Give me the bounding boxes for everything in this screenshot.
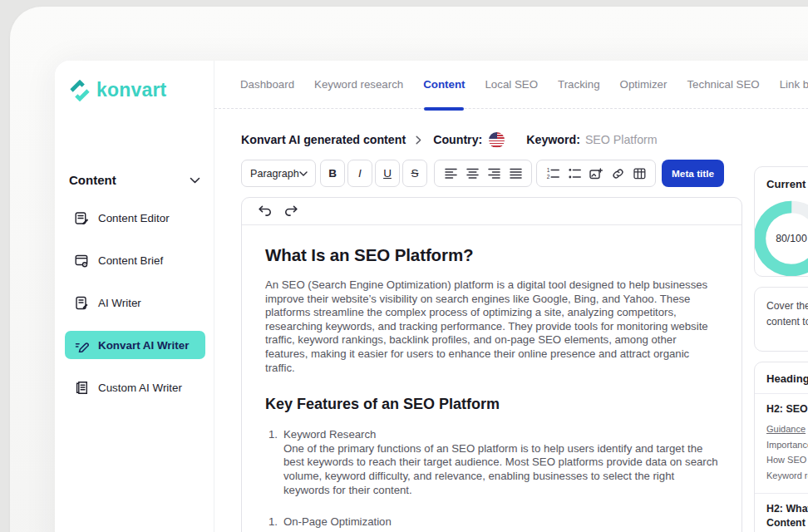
page-background: konvart Content	[0, 0, 808, 532]
undo-icon[interactable]	[258, 205, 272, 217]
italic-button[interactable]: I	[347, 160, 372, 187]
list-number: 1.	[265, 515, 278, 532]
tab-optimizer[interactable]: Optimizer	[620, 61, 668, 109]
app-window: konvart Content	[55, 61, 808, 532]
headings-title: Headings	[755, 362, 808, 394]
outline-link[interactable]: Guidance	[766, 421, 808, 437]
document-h1: What Is an SEO Platform?	[265, 245, 718, 265]
breadcrumb-title[interactable]: Konvart AI generated content	[241, 133, 406, 146]
keyword-value: SEO Platform	[585, 133, 658, 146]
align-right-icon[interactable]	[485, 163, 503, 185]
list-item-title: Keyword Research	[283, 428, 718, 442]
tab-tracking[interactable]: Tracking	[558, 61, 600, 109]
svg-text:1: 1	[547, 168, 550, 173]
tab-content[interactable]: Content	[423, 61, 465, 109]
table-icon[interactable]	[630, 163, 648, 185]
editor-history-bar	[242, 198, 741, 225]
sidebar-item-label: Content Editor	[98, 212, 170, 224]
pen-icon	[75, 338, 89, 352]
chevron-right-icon	[416, 135, 421, 145]
us-flag-icon[interactable]	[489, 132, 505, 148]
current-score-card: Current Score 80/100	[754, 166, 808, 277]
outline-h2-item[interactable]: H2: SEO Benefits for	[766, 402, 808, 416]
brand-name: konvart	[96, 79, 166, 101]
country-label: Country:	[433, 133, 482, 146]
score-value: 80/100	[754, 200, 808, 277]
editor: What Is an SEO Platform? An SEO (Search …	[241, 197, 742, 532]
custom-writer-icon	[75, 381, 89, 395]
outline-group: H2: What Defines Quality Content Writing	[755, 494, 808, 532]
align-left-icon[interactable]	[441, 163, 460, 185]
alignment-group	[434, 160, 532, 187]
editor-toolbar: Paragraph B I U S	[241, 160, 724, 187]
sidebar-item-label: Custom AI Writer	[98, 382, 182, 394]
sidebar-item-ai-writer[interactable]: AI Writer	[65, 288, 205, 317]
top-navigation: Dashboard Keyword research Content Local…	[214, 61, 808, 109]
link-icon[interactable]	[608, 163, 627, 185]
outline-links: Guidance Importance of SEO How SEO drive…	[766, 421, 808, 483]
align-justify-icon[interactable]	[506, 163, 525, 185]
bullet-list-icon[interactable]	[565, 163, 584, 185]
content-editor-icon	[75, 211, 89, 225]
keyword-label: Keyword:	[526, 133, 580, 146]
outer-panel: konvart Content	[10, 7, 808, 532]
paragraph-style-select[interactable]: Paragraph	[241, 160, 316, 187]
sidebar-item-content-brief[interactable]: Content Brief	[65, 246, 205, 274]
bold-button[interactable]: B	[320, 160, 345, 187]
list-item-title: On-Page Optimization	[283, 515, 718, 530]
brand-logo-icon	[69, 80, 91, 101]
outline-link[interactable]: Keyword research and	[766, 468, 808, 484]
list-number: 1.	[265, 428, 278, 497]
sidebar-item-custom-ai-writer[interactable]: Custom AI Writer	[65, 373, 205, 401]
meta-title-button[interactable]: Meta title	[662, 160, 724, 187]
outline-h2-item[interactable]: H2: What Defines Quality Content Writing	[766, 502, 808, 530]
sidebar-item-content-editor[interactable]: Content Editor	[65, 204, 205, 232]
document-h2: Key Features of an SEO Platform	[265, 396, 718, 413]
insert-image-icon[interactable]	[587, 163, 605, 185]
redo-icon[interactable]	[284, 205, 298, 217]
breadcrumb: Konvart AI generated content Country: Ke…	[241, 129, 658, 150]
chevron-down-icon	[299, 171, 308, 176]
tab-dashboard[interactable]: Dashboard	[240, 61, 294, 109]
sidebar-item-label: Konvart AI Writer	[98, 339, 189, 352]
document-intro: An SEO (Search Engine Optimization) plat…	[265, 278, 718, 375]
ai-writer-icon	[75, 296, 89, 310]
sidebar-item-konvart-ai-writer[interactable]: Konvart AI Writer	[65, 331, 205, 359]
underline-button[interactable]: U	[375, 160, 400, 187]
outline-group: H2: SEO Benefits for Guidance Importance…	[755, 394, 808, 494]
tab-local-seo[interactable]: Local SEO	[485, 61, 538, 109]
tab-keyword-research[interactable]: Keyword research	[314, 61, 403, 109]
insert-group: 1 2	[536, 160, 656, 187]
sidebar-section-label: Content	[69, 173, 116, 187]
list-item: 1. On-Page Optimization SEO platforms of…	[265, 515, 718, 532]
score-tip-line1: Cover these topics in your	[766, 298, 808, 314]
headings-card: Headings H2: SEO Benefits for Guidance I…	[754, 362, 808, 532]
svg-text:2: 2	[547, 174, 550, 180]
chevron-down-icon	[190, 177, 200, 184]
strikethrough-button[interactable]: S	[402, 160, 427, 187]
list-item: 1. Keyword Research One of the primary f…	[265, 428, 718, 497]
score-tip-card: Cover these topics in your content to im…	[754, 287, 808, 352]
tab-technical-seo[interactable]: Technical SEO	[687, 61, 759, 109]
document-content[interactable]: What Is an SEO Platform? An SEO (Search …	[242, 225, 741, 532]
content-brief-icon	[75, 254, 89, 268]
align-center-icon[interactable]	[463, 163, 481, 185]
sidebar: konvart Content	[55, 61, 214, 532]
outline-link[interactable]: How SEO drives traffic	[766, 452, 808, 468]
score-card-title: Current Score	[766, 178, 808, 190]
ordered-list-icon[interactable]: 1 2	[544, 163, 562, 185]
outline-link[interactable]: Importance of SEO	[766, 437, 808, 453]
sidebar-item-label: Content Brief	[98, 254, 163, 267]
sidebar-section-content[interactable]: Content	[69, 173, 200, 187]
score-tip-line2: content to improve the score	[766, 314, 808, 330]
list-item-body: One of the primary functions of an SEO p…	[283, 442, 718, 497]
paragraph-style-value: Paragraph	[250, 168, 299, 180]
tab-link-building[interactable]: Link building	[780, 61, 808, 109]
score-panel: Current Score 80/100 Cover these topics …	[754, 166, 808, 532]
sidebar-item-label: AI Writer	[98, 297, 141, 309]
brand-logo[interactable]: konvart	[69, 79, 166, 101]
sidebar-menu: Content Editor Content Brief	[65, 204, 205, 401]
